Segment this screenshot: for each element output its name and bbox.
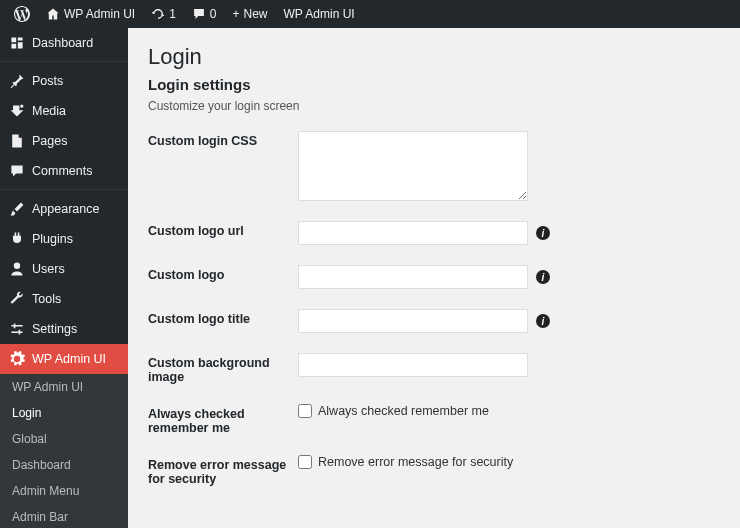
- remove-error-checkbox[interactable]: [298, 455, 312, 469]
- site-name-label: WP Admin UI: [64, 7, 135, 21]
- site-name-link[interactable]: WP Admin UI: [38, 0, 143, 28]
- home-icon: [46, 7, 60, 21]
- sidebar-item-settings[interactable]: Settings: [0, 314, 128, 344]
- info-icon[interactable]: i: [536, 270, 550, 284]
- sidebar-item-wpadminui[interactable]: WP Admin UI: [0, 344, 128, 374]
- row-bg-image: Custom background image: [148, 353, 720, 384]
- sidebar-item-comments[interactable]: Comments: [0, 156, 128, 186]
- topbar-right-label: WP Admin UI: [284, 7, 355, 21]
- page-title: Login: [148, 44, 720, 70]
- sidebar-item-label: Tools: [32, 292, 61, 306]
- logo-url-input[interactable]: [298, 221, 528, 245]
- topbar-right-link[interactable]: WP Admin UI: [276, 0, 363, 28]
- sidebar-item-tools[interactable]: Tools: [0, 284, 128, 314]
- pin-icon: [9, 73, 25, 89]
- comments-link[interactable]: 0: [184, 0, 225, 28]
- submenu-item-adminbar[interactable]: Admin Bar: [0, 504, 128, 528]
- submenu-item-dashboard[interactable]: Dashboard: [0, 452, 128, 478]
- sidebar-item-label: Appearance: [32, 202, 99, 216]
- label-remember: Always checked remember me: [148, 404, 298, 435]
- dashboard-icon: [9, 35, 25, 51]
- sidebar-item-appearance[interactable]: Appearance: [0, 194, 128, 224]
- label-bg-image: Custom background image: [148, 353, 298, 384]
- brush-icon: [9, 201, 25, 217]
- custom-css-textarea[interactable]: [298, 131, 528, 201]
- plugin-icon: [9, 231, 25, 247]
- sidebar-submenu: WP Admin UI Login Global Dashboard Admin…: [0, 374, 128, 528]
- sidebar-item-dashboard[interactable]: Dashboard: [0, 28, 128, 58]
- sidebar-item-label: Posts: [32, 74, 63, 88]
- row-remove-error: Remove error message for security Remove…: [148, 455, 720, 486]
- submenu-item-adminmenu[interactable]: Admin Menu: [0, 478, 128, 504]
- comments-count: 0: [210, 7, 217, 21]
- submenu-item-wpadminui[interactable]: WP Admin UI: [0, 374, 128, 400]
- label-remove-error: Remove error message for security: [148, 455, 298, 486]
- remember-checkbox-label: Always checked remember me: [318, 404, 489, 418]
- submenu-item-global[interactable]: Global: [0, 426, 128, 452]
- label-logo: Custom logo: [148, 265, 298, 282]
- row-custom-css: Custom login CSS: [148, 131, 720, 201]
- sidebar-item-users[interactable]: Users: [0, 254, 128, 284]
- remember-checkbox-wrap[interactable]: Always checked remember me: [298, 404, 489, 418]
- row-logo: Custom logo i: [148, 265, 720, 289]
- remember-checkbox[interactable]: [298, 404, 312, 418]
- remove-error-checkbox-wrap[interactable]: Remove error message for security: [298, 455, 513, 469]
- bg-image-input[interactable]: [298, 353, 528, 377]
- row-logo-title: Custom logo title i: [148, 309, 720, 333]
- sidebar-item-posts[interactable]: Posts: [0, 66, 128, 96]
- new-label: New: [244, 7, 268, 21]
- plus-icon: +: [233, 7, 240, 21]
- label-custom-css: Custom login CSS: [148, 131, 298, 148]
- refresh-icon: [151, 7, 165, 21]
- sidebar-item-label: Users: [32, 262, 65, 276]
- updates-count: 1: [169, 7, 176, 21]
- users-icon: [9, 261, 25, 277]
- logo-title-input[interactable]: [298, 309, 528, 333]
- comment-icon: [9, 163, 25, 179]
- sidebar-item-media[interactable]: Media: [0, 96, 128, 126]
- sidebar-item-plugins[interactable]: Plugins: [0, 224, 128, 254]
- page-description: Customize your login screen: [148, 99, 720, 113]
- sidebar-item-label: Dashboard: [32, 36, 93, 50]
- logo-input[interactable]: [298, 265, 528, 289]
- submenu-item-login[interactable]: Login: [0, 400, 128, 426]
- wp-logo[interactable]: [6, 0, 38, 28]
- info-icon[interactable]: i: [536, 314, 550, 328]
- wrench-icon: [9, 291, 25, 307]
- comment-icon: [192, 7, 206, 21]
- media-icon: [9, 103, 25, 119]
- main-content: Login Login settings Customize your logi…: [128, 28, 740, 528]
- page-subtitle: Login settings: [148, 76, 720, 93]
- sidebar-item-label: WP Admin UI: [32, 352, 106, 366]
- sidebar-item-label: Settings: [32, 322, 77, 336]
- info-icon[interactable]: i: [536, 226, 550, 240]
- row-remember: Always checked remember me Always checke…: [148, 404, 720, 435]
- sidebar-item-pages[interactable]: Pages: [0, 126, 128, 156]
- new-link[interactable]: + New: [225, 0, 276, 28]
- remove-error-checkbox-label: Remove error message for security: [318, 455, 513, 469]
- sidebar-item-label: Plugins: [32, 232, 73, 246]
- label-logo-title: Custom logo title: [148, 309, 298, 326]
- updates-link[interactable]: 1: [143, 0, 184, 28]
- gear-icon: [9, 351, 25, 367]
- label-logo-url: Custom logo url: [148, 221, 298, 238]
- sidebar-item-label: Pages: [32, 134, 67, 148]
- wordpress-icon: [14, 6, 30, 22]
- sidebar-item-label: Comments: [32, 164, 92, 178]
- page-icon: [9, 133, 25, 149]
- admin-topbar: WP Admin UI 1 0 + New WP Admin UI: [0, 0, 740, 28]
- admin-sidebar: Dashboard Posts Media Pages Comments App…: [0, 28, 128, 528]
- row-logo-url: Custom logo url i: [148, 221, 720, 245]
- sidebar-item-label: Media: [32, 104, 66, 118]
- sliders-icon: [9, 321, 25, 337]
